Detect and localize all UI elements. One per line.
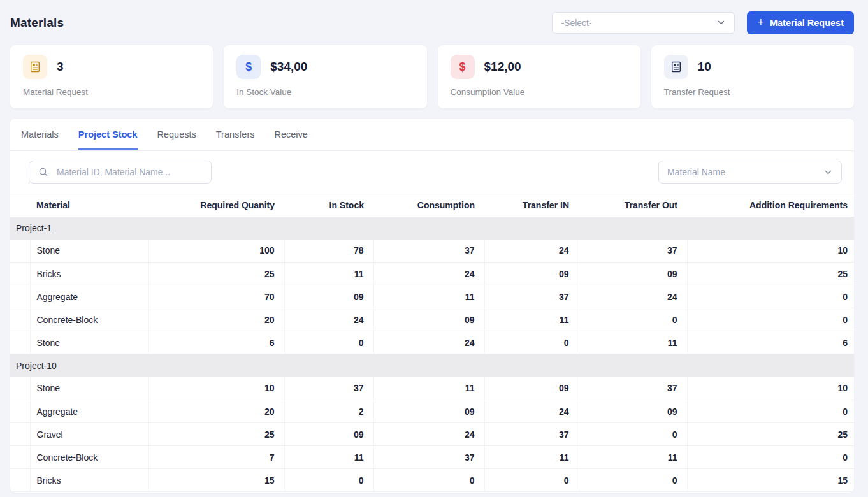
material-name-cell: Stone [30,240,148,263]
table-body: Project-1Stone1007837243710Bricks2511240… [10,217,854,492]
value-cell: 37 [484,423,579,446]
value-cell: 0 [284,331,373,354]
plus-icon: + [757,17,764,28]
value-cell: 0 [284,469,373,492]
stat-label: In Stock Value [236,87,414,97]
value-cell: 0 [373,469,484,492]
row-indent-cell [10,331,30,354]
tab-receive[interactable]: Receive [274,119,307,150]
value-cell: 25 [687,423,854,446]
value-cell: 11 [579,331,687,354]
column-header: Addition Requirements [687,194,854,217]
main-panel: MaterialsProject StockRequestsTransfersR… [10,119,854,493]
value-cell: 0 [484,469,579,492]
project-group-name: Project-10 [10,354,854,377]
search-input[interactable] [57,167,203,177]
material-row[interactable]: Aggregate70091137240 [10,285,854,308]
material-row[interactable]: Concrete-Block7113711110 [10,446,854,469]
value-cell: 6 [148,331,284,354]
value-cell: 0 [579,423,687,446]
value-cell: 15 [148,469,284,492]
material-request-button[interactable]: + Material Request [747,11,854,34]
material-row[interactable]: Stone103711093710 [10,377,854,400]
value-cell: 09 [284,285,373,308]
value-cell: 24 [284,308,373,331]
header-indent-cell [10,194,30,217]
value-cell: 25 [687,263,854,285]
row-indent-cell [10,263,30,285]
value-cell: 11 [373,285,484,308]
value-cell: 24 [373,331,484,354]
value-cell: 6 [687,331,854,354]
stat-value: 10 [698,60,711,74]
material-name-select[interactable]: Material Name [658,161,842,184]
materials-page: Materials -Select- + Material Request [0,0,868,493]
column-header: Transfer Out [579,194,687,217]
value-cell: 25 [148,263,284,285]
filter-row: Material Name [29,161,842,184]
stat-card-material-request: 3 Material Request [10,45,213,108]
page-header: Materials -Select- + Material Request [10,0,854,45]
material-row[interactable]: Stone60240116 [10,331,854,354]
search-icon [38,167,48,177]
table-header-row: MaterialRequired QuanityIn StockConsumpt… [10,194,854,217]
material-row[interactable]: Concrete-Block2024091100 [10,308,854,331]
material-name-cell: Bricks [30,469,148,492]
value-cell: 24 [484,400,579,423]
value-cell: 78 [284,240,373,263]
table-header: MaterialRequired QuanityIn StockConsumpt… [10,194,854,217]
value-cell: 24 [484,240,579,263]
row-indent-cell [10,285,30,308]
stat-value: 3 [57,60,64,74]
value-cell: 10 [687,240,854,263]
value-cell: 09 [579,263,687,285]
material-name-cell: Concrete-Block [30,308,148,331]
stat-label: Transfer Request [664,87,841,97]
tab-transfers[interactable]: Transfers [216,119,255,150]
value-cell: 11 [484,308,579,331]
material-request-button-label: Material Request [770,18,844,28]
material-row[interactable]: Gravel25092437025 [10,423,854,446]
tab-project-stock[interactable]: Project Stock [78,119,138,150]
material-row[interactable]: Bricks251124090925 [10,263,854,285]
stat-label: Material Request [23,87,200,97]
stats-row: 3 Material Request $ $34,00 In Stock Val… [10,45,854,108]
value-cell: 25 [148,423,284,446]
column-header: Consumption [373,194,484,217]
material-row[interactable]: Bricks15000015 [10,469,854,492]
row-indent-cell [10,469,30,492]
document-icon [664,55,688,79]
value-cell: 09 [579,400,687,423]
chevron-down-icon [823,168,833,177]
value-cell: 37 [579,377,687,400]
value-cell: 15 [687,469,854,492]
row-indent-cell [10,308,30,331]
material-search[interactable] [29,161,212,184]
row-indent-cell [10,240,30,263]
value-cell: 0 [579,469,687,492]
value-cell: 70 [148,285,284,308]
stat-card-transfer-request: 10 Transfer Request [651,45,854,108]
tab-materials[interactable]: Materials [21,119,59,150]
value-cell: 20 [148,308,284,331]
value-cell: 24 [373,263,484,285]
row-indent-cell [10,377,30,400]
value-cell: 11 [579,446,687,469]
column-header: Transfer IN [484,194,579,217]
dollar-icon: $ [451,55,475,79]
project-select[interactable]: -Select- [552,12,735,34]
value-cell: 37 [284,377,373,400]
row-indent-cell [10,446,30,469]
row-indent-cell [10,400,30,423]
material-name-cell: Gravel [30,423,148,446]
material-row[interactable]: Aggregate2020924090 [10,400,854,423]
project-select-value: -Select- [561,18,591,28]
value-cell: 0 [687,285,854,308]
value-cell: 11 [484,446,579,469]
value-cell: 10 [687,377,854,400]
stat-card-in-stock-value: $ $34,00 In Stock Value [224,45,426,108]
tab-requests[interactable]: Requests [157,119,196,150]
material-row[interactable]: Stone1007837243710 [10,240,854,263]
value-cell: 20 [148,400,284,423]
project-group-name: Project-1 [10,217,854,240]
